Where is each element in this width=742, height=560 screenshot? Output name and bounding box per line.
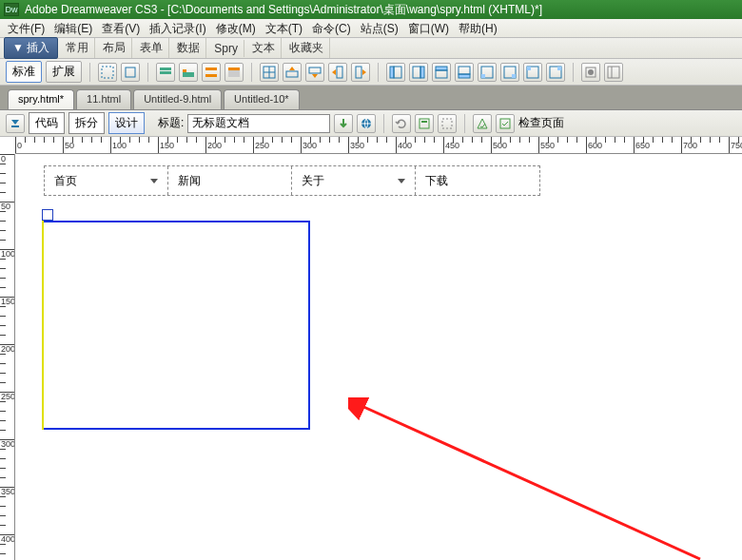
svg-rect-8 [228, 68, 240, 70]
insert-tab-common[interactable]: 常用 [60, 38, 95, 58]
spry-accordion-icon[interactable] [202, 63, 221, 82]
insert-tab-fav[interactable]: 收藏夹 [283, 38, 330, 58]
svg-line-50 [360, 405, 700, 559]
refresh-icon[interactable] [392, 114, 411, 133]
spry-menu-item[interactable]: 首页 [45, 166, 168, 195]
menu-item-label: 下载 [425, 173, 448, 189]
view-code[interactable]: 代码 [29, 112, 65, 134]
svg-rect-48 [500, 119, 510, 128]
spry-menu-item[interactable]: 新闻 [168, 166, 292, 195]
menu-commands[interactable]: 命令(C) [308, 21, 355, 35]
menu-text[interactable]: 文本(T) [262, 21, 306, 35]
frames-icon[interactable] [604, 63, 623, 82]
frame-bl-icon[interactable] [478, 63, 497, 82]
svg-rect-32 [512, 74, 516, 78]
layout-toolbar: 标准 扩展 [0, 59, 742, 86]
svg-rect-23 [420, 67, 424, 78]
view-split[interactable]: 拆分 [68, 112, 105, 134]
svg-rect-15 [309, 68, 321, 73]
doc-tab[interactable]: spry.html* [8, 89, 74, 109]
svg-rect-0 [102, 67, 113, 78]
iframe-icon[interactable] [581, 63, 600, 82]
svg-rect-25 [436, 67, 447, 70]
app-icon: Dw [4, 3, 19, 16]
ap-div-selected[interactable] [42, 221, 310, 430]
menu-window[interactable]: 窗口(W) [404, 21, 453, 35]
mode-standard[interactable]: 标准 [6, 61, 42, 83]
ap-div-handle[interactable] [42, 209, 53, 221]
menu-view[interactable]: 查看(V) [98, 21, 144, 35]
ruler-horizontal: 0501001502002503003504004505005506006507… [15, 137, 742, 154]
menu-site[interactable]: 站点(S) [357, 21, 402, 35]
view-options-icon[interactable] [6, 114, 25, 133]
visual-aids-icon[interactable] [438, 114, 457, 133]
insert-row-above-icon[interactable] [283, 63, 302, 82]
spry-menu-item[interactable]: 关于 [292, 166, 416, 195]
insert-div-icon[interactable] [98, 63, 117, 82]
frame-left-icon[interactable] [386, 63, 405, 82]
validate-icon[interactable] [473, 114, 492, 133]
svg-rect-26 [436, 70, 447, 78]
check-page-label[interactable]: 检查页面 [518, 115, 564, 131]
menu-edit[interactable]: 编辑(E) [50, 21, 96, 35]
svg-rect-13 [286, 71, 298, 77]
insert-tab-spry[interactable]: Spry [208, 40, 244, 57]
menu-help[interactable]: 帮助(H) [455, 21, 501, 35]
insert-col-left-icon[interactable] [328, 63, 347, 82]
title-input[interactable] [187, 114, 330, 133]
draw-ap-div-icon[interactable] [121, 63, 140, 82]
mode-extended[interactable]: 扩展 [46, 61, 82, 83]
svg-rect-24 [413, 67, 420, 78]
insert-tab-text[interactable]: 文本 [246, 38, 282, 58]
insert-row-below-icon[interactable] [305, 63, 324, 82]
svg-rect-9 [228, 70, 240, 77]
spry-tab-icon[interactable] [179, 63, 198, 82]
menu-item-label: 新闻 [178, 173, 201, 189]
divider [147, 63, 148, 82]
svg-rect-44 [420, 119, 429, 128]
svg-rect-1 [126, 68, 135, 77]
spry-menu-bar[interactable]: 首页 新闻 关于 下载 [44, 165, 540, 196]
insert-tab-forms[interactable]: 表单 [134, 38, 169, 58]
frame-top-icon[interactable] [432, 63, 451, 82]
check-icon[interactable] [496, 114, 515, 133]
svg-rect-19 [356, 67, 361, 78]
svg-rect-45 [421, 121, 427, 123]
doc-tab[interactable]: Untitled-9.html [133, 89, 222, 109]
insert-tab-layout[interactable]: 布局 [97, 38, 132, 58]
menu-insert[interactable]: 插入记录(I) [146, 21, 209, 35]
frame-bottom-icon[interactable] [455, 63, 474, 82]
frame-right-icon[interactable] [409, 63, 428, 82]
svg-marker-20 [362, 69, 366, 75]
insert-col-right-icon[interactable] [351, 63, 370, 82]
menu-modify[interactable]: 修改(M) [212, 21, 260, 35]
design-canvas[interactable]: 首页 新闻 关于 下载 [15, 154, 742, 560]
svg-point-38 [588, 69, 594, 75]
svg-rect-2 [160, 68, 171, 70]
svg-marker-14 [289, 67, 295, 70]
insert-dropdown[interactable]: ▼ 插入 [4, 37, 58, 59]
frame-tr-icon[interactable] [546, 63, 565, 82]
svg-rect-39 [608, 67, 619, 78]
menu-file[interactable]: 文件(F) [4, 21, 49, 35]
doc-tab[interactable]: 11.html [76, 89, 131, 109]
frame-tl-icon[interactable] [523, 63, 542, 82]
spry-menu-item[interactable]: 下载 [416, 166, 539, 195]
spry-collapse-icon[interactable] [225, 63, 244, 82]
doc-tab[interactable]: Untitled-10* [224, 89, 299, 109]
file-management-icon[interactable] [334, 114, 353, 133]
preview-browser-icon[interactable] [357, 114, 376, 133]
chevron-down-icon [150, 179, 158, 183]
svg-rect-4 [183, 69, 186, 72]
view-options2-icon[interactable] [415, 114, 434, 133]
svg-rect-6 [205, 68, 217, 70]
svg-rect-30 [481, 74, 485, 78]
insert-tab-data[interactable]: 数据 [171, 38, 206, 58]
spry-menu-icon[interactable] [156, 63, 175, 82]
svg-marker-41 [11, 120, 19, 125]
table-icon[interactable] [260, 63, 279, 82]
frame-br-icon[interactable] [500, 63, 519, 82]
divider [383, 114, 384, 133]
view-design[interactable]: 设计 [108, 112, 145, 134]
menu-item-label: 首页 [54, 173, 77, 189]
